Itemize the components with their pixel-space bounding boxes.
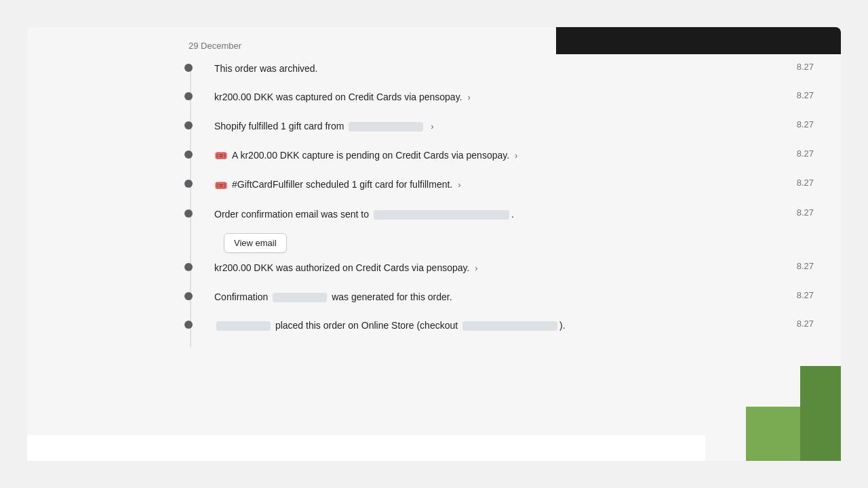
item-text: 🎟️A kr200.00 DKK capture is pending on C… <box>214 150 517 161</box>
link-arrow[interactable]: › <box>515 150 517 161</box>
dot-wrapper <box>68 119 203 129</box>
item-time: 8.27 <box>783 261 814 271</box>
dot-wrapper <box>68 319 203 329</box>
emoji-icon: 🎟️ <box>214 180 228 191</box>
timeline-item: Confirmation was generated for this orde… <box>68 290 814 304</box>
timeline-dot <box>184 321 193 329</box>
green-accent-secondary <box>746 407 800 461</box>
date-label: 29 December <box>189 41 814 51</box>
item-text: placed this order on Online Store (check… <box>214 320 566 331</box>
timeline-item: kr200.00 DKK was authorized on Credit Ca… <box>68 261 814 275</box>
item-text: Shopify fulfilled 1 gift card from › <box>214 121 434 131</box>
timeline-dot <box>184 150 193 159</box>
timeline-item: Order confirmation email was sent to . 8… <box>68 207 814 221</box>
item-text: kr200.00 DKK was captured on Credit Card… <box>214 92 471 102</box>
item-time: 8.27 <box>783 319 814 329</box>
item-time: 8.27 <box>783 178 814 188</box>
timeline-dot <box>184 180 193 188</box>
green-accent-primary <box>800 366 841 461</box>
redacted-text <box>462 321 557 331</box>
redacted-text <box>374 210 509 220</box>
timeline-dot <box>184 209 193 218</box>
item-text: This order was archived. <box>214 63 318 74</box>
item-time: 8.27 <box>783 62 814 72</box>
link-arrow[interactable]: › <box>467 92 470 102</box>
timeline-dot <box>184 92 193 100</box>
item-text: Order confirmation email was sent to . <box>214 209 514 220</box>
item-time: 8.27 <box>783 119 814 129</box>
timeline-dot <box>184 263 193 271</box>
link-arrow[interactable]: › <box>475 263 477 273</box>
redacted-text <box>349 122 423 131</box>
timeline-line <box>190 65 191 347</box>
item-text: kr200.00 DKK was authorized on Credit Ca… <box>214 262 478 273</box>
timeline-item: 🎟️A kr200.00 DKK capture is pending on C… <box>68 148 814 163</box>
timeline-dot <box>184 292 193 300</box>
dot-wrapper <box>68 90 203 100</box>
item-text: 🎟️#GiftCardFulfiller scheduled 1 gift ca… <box>214 179 460 190</box>
item-time: 8.27 <box>783 90 814 100</box>
emoji-icon: 🎟️ <box>214 150 228 161</box>
dot-wrapper <box>68 148 203 159</box>
timeline-dot <box>184 121 193 129</box>
view-email-button[interactable]: View email <box>224 233 287 253</box>
redacted-text <box>273 293 327 302</box>
link-arrow[interactable]: › <box>458 180 460 190</box>
dot-wrapper <box>68 207 203 218</box>
redacted-text <box>216 321 271 331</box>
item-time: 8.27 <box>783 148 814 159</box>
timeline-item: placed this order on Online Store (check… <box>68 319 814 332</box>
bottom-bar <box>27 435 705 461</box>
dot-wrapper <box>68 261 203 271</box>
timeline-item: 🎟️#GiftCardFulfiller scheduled 1 gift ca… <box>68 178 814 192</box>
item-time: 8.27 <box>783 207 814 218</box>
item-time: 8.27 <box>783 290 814 300</box>
timeline-item: Shopify fulfilled 1 gift card from › 8.2… <box>68 119 814 134</box>
timeline-item: This order was archived. 8.27 <box>68 62 814 75</box>
dot-wrapper <box>68 178 203 188</box>
dot-wrapper <box>68 62 203 72</box>
dot-wrapper <box>68 290 203 300</box>
timeline-item: kr200.00 DKK was captured on Credit Card… <box>68 90 814 104</box>
item-text: Confirmation was generated for this orde… <box>214 291 452 302</box>
timeline-dot <box>184 64 193 72</box>
link-arrow[interactable]: › <box>431 121 433 131</box>
